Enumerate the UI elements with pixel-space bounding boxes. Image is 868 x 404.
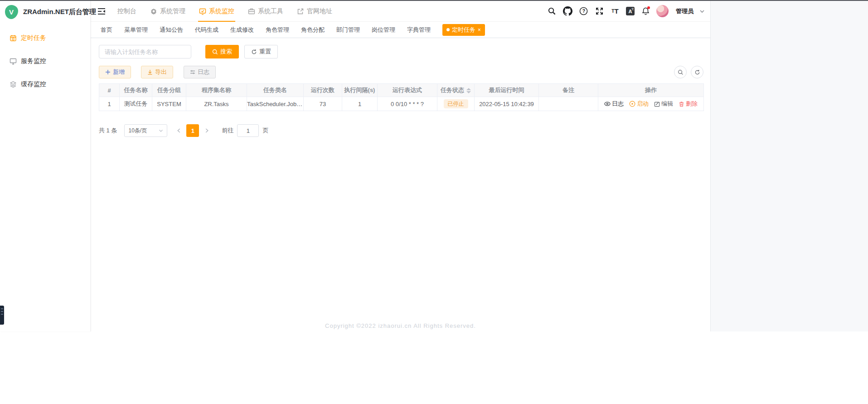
task-name-input[interactable] (99, 45, 191, 58)
tab-dict-manage[interactable]: 字典管理 (407, 26, 431, 34)
nav-item-system-monitor[interactable]: 系统监控 (199, 1, 234, 22)
refresh-icon (251, 49, 257, 55)
nav-menu: 控制台 系统管理 系统监控 系统工具 (117, 1, 332, 22)
cell-task-name: 测试任务 (120, 97, 152, 111)
nav-item-label: 系统监控 (209, 7, 234, 15)
table-row: 1 测试任务 SYSTEM ZR.Tasks TaskScheduler.Job… (99, 97, 704, 111)
page-number-button[interactable]: 1 (186, 124, 199, 137)
pagination: 共 1 条 10条/页 1 前往 页 (99, 124, 268, 137)
svg-text:?: ? (582, 9, 585, 14)
refresh-icon (694, 69, 700, 75)
active-tab-label: 定时任务 (452, 26, 475, 34)
col-task-group: 任务分组 (152, 84, 186, 97)
sidebar-item-label: 定时任务 (21, 34, 46, 42)
refresh-table-icon-button[interactable] (691, 66, 703, 78)
row-edit-link[interactable]: 编辑 (654, 100, 673, 108)
footer-copyright: Copyright ©2022 izhaorui.cn All Rights R… (91, 322, 710, 329)
top-navbar: 控制台 系统管理 系统监控 系统工具 (91, 1, 710, 22)
export-button-label: 导出 (155, 68, 167, 76)
app-title: ZRAdmin.NET后台管理 (23, 8, 96, 16)
browser-top-edge (0, 0, 868, 1)
sidebar-collapse-icon[interactable] (97, 6, 107, 16)
tab-dept-manage[interactable]: 部门管理 (336, 26, 360, 34)
main-content: 搜索 重置 新增 导出 日志 (91, 38, 710, 331)
search-button[interactable]: 搜索 (205, 45, 239, 58)
goto-page-input[interactable] (237, 124, 259, 137)
col-job-class: 任务类名 (247, 84, 304, 97)
cell-index: 1 (99, 97, 120, 111)
sort-caret-icon[interactable] (466, 88, 471, 93)
nav-item-label: 官网地址 (307, 7, 332, 15)
tab-scheduled-tasks-active[interactable]: 定时任务 × (442, 24, 485, 36)
row-log-link[interactable]: 日志 (604, 100, 624, 108)
user-avatar[interactable] (656, 5, 669, 17)
nav-item-official-site[interactable]: 官网地址 (297, 1, 332, 22)
play-circle-icon (629, 101, 635, 107)
fullscreen-icon[interactable] (594, 6, 604, 16)
next-page-button[interactable] (202, 124, 212, 137)
nav-item-system-manage[interactable]: 系统管理 (150, 1, 185, 22)
search-icon (678, 69, 684, 75)
cell-interval: 1 (342, 97, 378, 111)
search-button-label: 搜索 (220, 48, 232, 56)
chevron-right-icon (205, 128, 209, 133)
col-actions: 操作 (598, 84, 704, 97)
reset-button[interactable]: 重置 (244, 45, 278, 58)
prev-page-button[interactable] (174, 124, 184, 137)
search-icon[interactable] (547, 6, 557, 16)
cell-remark (539, 97, 598, 111)
table-header-row: # 任务名称 任务分组 程序集名称 任务类名 运行次数 执行间隔(s) 运行表达… (99, 84, 704, 97)
col-index: # (99, 84, 120, 97)
tab-notice[interactable]: 通知公告 (160, 26, 183, 34)
nav-item-system-tools[interactable]: 系统工具 (248, 1, 283, 22)
plus-icon (105, 69, 111, 75)
log-button-label: 日志 (198, 68, 209, 76)
notification-bell-icon[interactable] (640, 6, 650, 16)
tab-home[interactable]: 首页 (101, 26, 112, 34)
translate-icon[interactable]: A文 (626, 7, 635, 15)
monitor-check-icon (199, 8, 206, 15)
help-icon[interactable]: ? (578, 6, 588, 16)
tab-role-assign[interactable]: 角色分配 (301, 26, 325, 34)
github-icon[interactable] (563, 6, 572, 16)
search-icon (212, 49, 218, 55)
floating-panel-handle[interactable] (0, 306, 4, 325)
brand: V ZRAdmin.NET后台管理 (0, 1, 90, 23)
active-tab-dot (446, 28, 450, 31)
refresh-search-icon-button[interactable] (674, 66, 687, 78)
svg-text:V: V (9, 8, 14, 16)
add-button[interactable]: 新增 (99, 66, 131, 78)
log-button[interactable]: 日志 (184, 66, 216, 78)
font-size-icon[interactable]: TT (610, 6, 620, 16)
external-link-icon (297, 8, 304, 15)
col-cron: 运行表达式 (378, 84, 437, 97)
tab-role-manage[interactable]: 角色管理 (266, 26, 289, 34)
tab-gen-edit[interactable]: 生成修改 (230, 26, 254, 34)
chevron-left-icon (177, 128, 181, 133)
sidebar-item-scheduled-tasks[interactable]: 定时任务 (0, 26, 90, 49)
nav-item-console[interactable]: 控制台 (117, 1, 136, 22)
cell-cron: 0 0/10 * * * ? (378, 97, 437, 111)
app-logo-icon: V (4, 5, 19, 19)
eye-icon (604, 101, 611, 107)
tab-menu-manage[interactable]: 菜单管理 (124, 26, 148, 34)
notification-badge (647, 6, 650, 9)
export-button[interactable]: 导出 (141, 66, 173, 78)
chevron-down-icon[interactable] (699, 9, 705, 14)
table-toolbar: 新增 导出 日志 (99, 66, 703, 78)
tab-post-manage[interactable]: 岗位管理 (372, 26, 395, 34)
sidebar-item-service-monitor[interactable]: 服务监控 (0, 49, 90, 73)
close-icon[interactable]: × (478, 27, 481, 33)
page-size-select[interactable]: 10条/页 (124, 124, 167, 137)
edit-icon (654, 101, 660, 107)
row-delete-link[interactable]: 删除 (679, 100, 698, 108)
monitor-icon (10, 58, 17, 65)
tab-code-gen[interactable]: 代码生成 (195, 26, 218, 34)
download-icon (147, 69, 153, 75)
sidebar: V ZRAdmin.NET后台管理 定时任务 服务监控 缓存监 (0, 1, 91, 331)
nav-item-label: 系统工具 (258, 7, 283, 15)
row-start-link[interactable]: 启动 (629, 100, 649, 108)
user-name[interactable]: 管理员 (676, 7, 693, 15)
sidebar-item-cache-monitor[interactable]: 缓存监控 (0, 73, 90, 96)
sidebar-item-label: 缓存监控 (21, 80, 46, 88)
